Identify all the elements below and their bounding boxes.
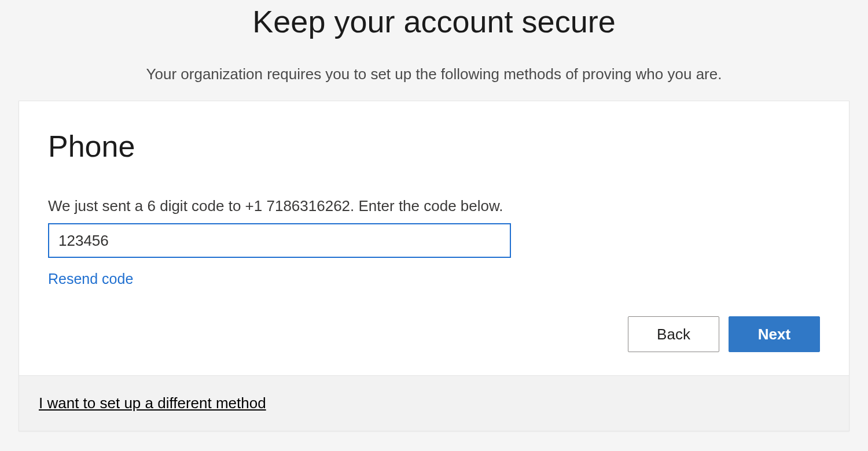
verification-code-input[interactable] bbox=[48, 223, 511, 258]
page-title: Keep your account secure bbox=[0, 3, 868, 39]
setup-card: Phone We just sent a 6 digit code to +1 … bbox=[19, 101, 849, 431]
resend-code-link[interactable]: Resend code bbox=[48, 271, 133, 287]
back-button[interactable]: Back bbox=[628, 316, 719, 352]
instruction-text: We just sent a 6 digit code to +1 718631… bbox=[48, 197, 820, 215]
page-subtitle: Your organization requires you to set up… bbox=[0, 65, 868, 83]
card-footer: I want to set up a different method bbox=[19, 375, 849, 431]
card-heading: Phone bbox=[48, 129, 820, 164]
different-method-link[interactable]: I want to set up a different method bbox=[39, 394, 266, 412]
next-button[interactable]: Next bbox=[729, 316, 820, 352]
